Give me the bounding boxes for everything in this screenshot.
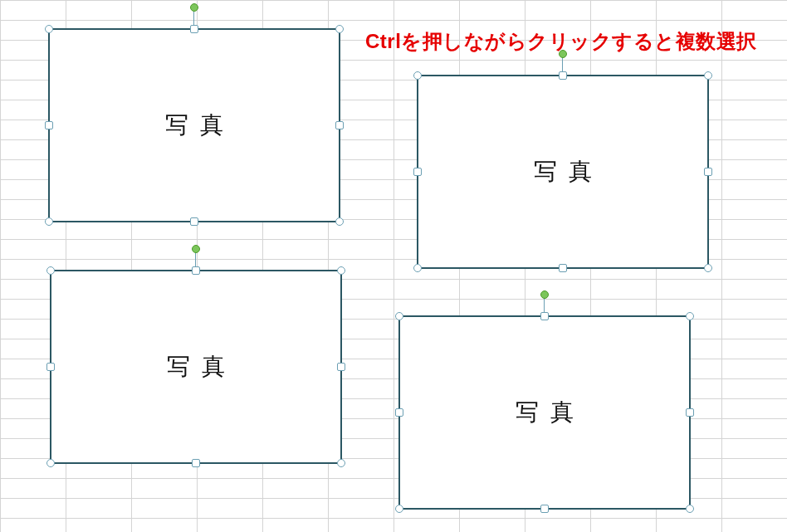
resize-handle-sw[interactable] [46, 459, 55, 467]
resize-handle-n[interactable] [540, 312, 549, 320]
rotate-handle[interactable] [559, 50, 567, 58]
resize-handle-nw[interactable] [45, 25, 53, 33]
shape-photo-2[interactable]: 写真 [417, 75, 709, 269]
rotate-connector [193, 10, 194, 25]
resize-handle-se[interactable] [335, 217, 344, 226]
shape-photo-4[interactable]: 写真 [398, 315, 691, 510]
resize-handle-s[interactable] [190, 217, 198, 226]
shape-photo-1[interactable]: 写真 [48, 28, 340, 222]
resize-handle-n[interactable] [190, 25, 198, 33]
rotate-handle[interactable] [192, 245, 200, 253]
resize-handle-ne[interactable] [704, 71, 712, 80]
resize-handle-e[interactable] [337, 363, 345, 371]
resize-handle-ne[interactable] [686, 312, 694, 320]
resize-handle-nw[interactable] [413, 71, 422, 80]
resize-handle-ne[interactable] [335, 25, 344, 33]
resize-handle-sw[interactable] [413, 264, 422, 272]
rotate-connector [544, 297, 545, 312]
shape-label: 写真 [167, 351, 237, 383]
resize-handle-s[interactable] [192, 459, 200, 467]
resize-handle-se[interactable] [686, 505, 694, 513]
resize-handle-e[interactable] [686, 408, 694, 417]
shape-label: 写真 [534, 156, 604, 188]
resize-handle-nw[interactable] [46, 266, 55, 275]
resize-handle-nw[interactable] [395, 312, 403, 320]
rotate-handle[interactable] [540, 290, 549, 299]
resize-handle-w[interactable] [45, 121, 53, 129]
shape-label: 写真 [165, 110, 235, 141]
resize-handle-w[interactable] [395, 408, 403, 417]
resize-handle-n[interactable] [559, 71, 567, 80]
resize-handle-ne[interactable] [337, 266, 345, 275]
rotate-handle[interactable] [190, 3, 198, 12]
rotate-connector [195, 251, 196, 266]
resize-handle-n[interactable] [192, 266, 200, 275]
resize-handle-sw[interactable] [395, 505, 403, 513]
resize-handle-s[interactable] [540, 505, 549, 513]
resize-handle-w[interactable] [46, 363, 55, 371]
resize-handle-w[interactable] [413, 168, 422, 176]
resize-handle-se[interactable] [337, 459, 345, 467]
resize-handle-se[interactable] [704, 264, 712, 272]
resize-handle-sw[interactable] [45, 217, 53, 226]
shape-photo-3[interactable]: 写真 [50, 270, 342, 464]
resize-handle-s[interactable] [559, 264, 567, 272]
rotate-connector [562, 56, 563, 71]
resize-handle-e[interactable] [335, 121, 344, 129]
shape-label: 写真 [516, 397, 585, 428]
resize-handle-e[interactable] [704, 168, 712, 176]
